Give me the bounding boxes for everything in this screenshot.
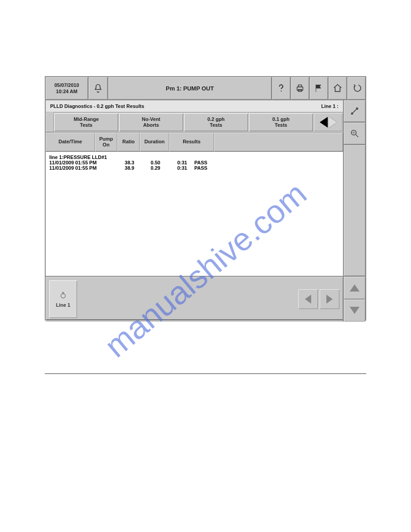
tabs-row: Mid-Range Tests No-Vent Aborts 0.2 gph T… <box>46 112 343 133</box>
cell-ratio: 0.50 <box>141 160 165 165</box>
bell-icon <box>93 83 103 93</box>
col-header-blank <box>214 133 343 151</box>
triangle-right-icon <box>329 117 337 128</box>
app-window: 05/07/2010 10:24 AM Pm 1: PUMP OUT <box>45 76 366 321</box>
subtitle-bar: PLLD Diagnostics - 0.2 gph Test Results … <box>46 100 343 112</box>
time-text: 10:24 AM <box>56 88 77 94</box>
footer-row: Line 1 <box>46 276 365 322</box>
cell-results: PASS <box>192 160 221 165</box>
top-bar: 05/07/2010 10:24 AM Pm 1: PUMP OUT <box>46 77 365 100</box>
alarm-button[interactable] <box>89 77 108 99</box>
triangle-up-icon <box>350 284 360 292</box>
line-btn-label: Line 1 <box>56 302 70 308</box>
footer-right <box>344 277 365 322</box>
svg-rect-2 <box>298 85 301 87</box>
cell-datetime: 11/01/2009 01:55 PM <box>49 160 112 165</box>
cell-pump-on: 38.9 <box>112 165 141 171</box>
subtitle-left: PLLD Diagnostics - 0.2 gph Test Results <box>50 103 144 109</box>
col-header-results: Results <box>169 133 214 151</box>
body-row: PLLD Diagnostics - 0.2 gph Test Results … <box>46 100 365 276</box>
print-icon <box>295 83 305 93</box>
magnifier-icon <box>350 129 360 138</box>
cell-duration: 0:31 <box>165 160 192 165</box>
scroll-up-button[interactable] <box>344 277 365 300</box>
tab-scroll-left-stub <box>46 112 54 132</box>
home-button[interactable] <box>329 77 347 99</box>
nav-next-button[interactable] <box>320 289 339 309</box>
print-button[interactable] <box>291 77 310 99</box>
col-header-duration: Duration <box>140 133 169 151</box>
flag-icon <box>314 83 324 93</box>
line-1-button[interactable]: Line 1 <box>49 280 77 318</box>
question-icon <box>276 83 286 93</box>
tab-midrange-tests[interactable]: Mid-Range Tests <box>54 113 118 131</box>
return-arrow-icon <box>351 83 361 93</box>
subtitle-right: Line 1 : <box>321 103 338 109</box>
scroll-down-button[interactable] <box>344 300 365 322</box>
back-button[interactable] <box>347 77 365 99</box>
line-meter-icon <box>59 291 68 300</box>
triangle-right-icon <box>326 295 333 304</box>
footer-nav <box>298 277 343 322</box>
content-column: PLLD Diagnostics - 0.2 gph Test Results … <box>46 100 344 276</box>
triangle-left-icon <box>320 117 328 128</box>
tab-novent-aborts[interactable]: No-Vent Aborts <box>119 113 183 131</box>
tab-scroll-buttons[interactable] <box>314 113 342 131</box>
zoom-button[interactable] <box>344 123 365 145</box>
column-headers: Date/Time PumpOn Ratio Duration Results <box>46 133 343 152</box>
footer-left: Line 1 <box>46 277 344 322</box>
tool-button[interactable] <box>310 77 329 99</box>
nav-prev-button[interactable] <box>298 289 318 309</box>
col-header-pump-on: PumpOn <box>95 133 117 151</box>
svg-point-0 <box>281 90 282 91</box>
date-text: 05/07/2010 <box>54 82 79 88</box>
tab-02gph-tests[interactable]: 0.2 gph Tests <box>184 113 248 131</box>
page-rule <box>45 373 366 374</box>
wrench-icon <box>350 106 360 116</box>
help-button[interactable] <box>272 77 291 99</box>
triangle-left-icon <box>305 295 311 304</box>
side-column <box>344 100 365 276</box>
home-icon <box>333 83 342 93</box>
window-title: Pm 1: PUMP OUT <box>108 77 272 99</box>
tab-01gph-tests[interactable]: 0.1 gph Tests <box>249 113 313 131</box>
table-row: 11/01/2009 01:55 PM 38.3 0.50 0:31 PASS <box>49 160 339 165</box>
cell-duration: 0:31 <box>165 165 192 171</box>
cell-datetime: 11/01/2009 01:55 PM <box>49 165 112 171</box>
datetime-display: 05/07/2010 10:24 AM <box>46 77 89 99</box>
table-row: 11/01/2009 01:55 PM 38.9 0.29 0:31 PASS <box>49 165 339 171</box>
group-label: line 1:PRESSURE LLD#1 <box>49 154 339 160</box>
triangle-down-icon <box>350 307 360 314</box>
side-filler <box>344 145 365 276</box>
cell-ratio: 0.29 <box>141 165 165 171</box>
tools-button[interactable] <box>344 100 365 123</box>
cell-results: PASS <box>192 165 221 171</box>
data-area: line 1:PRESSURE LLD#1 11/01/2009 01:55 P… <box>46 152 343 276</box>
col-header-ratio: Ratio <box>117 133 140 151</box>
col-header-datetime: Date/Time <box>46 133 95 151</box>
cell-pump-on: 38.3 <box>112 160 141 165</box>
